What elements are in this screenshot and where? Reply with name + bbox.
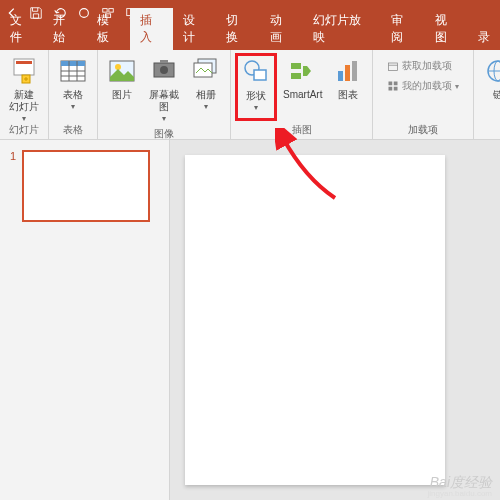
dropdown-arrow-icon: ▾ bbox=[71, 102, 75, 111]
tab-animations[interactable]: 动画 bbox=[260, 8, 303, 50]
store-icon bbox=[387, 60, 399, 72]
tab-design[interactable]: 设计 bbox=[173, 8, 216, 50]
svg-rect-34 bbox=[394, 87, 398, 91]
slide-thumbnail-1[interactable] bbox=[22, 150, 150, 222]
svg-rect-6 bbox=[16, 61, 32, 64]
group-illustrations: 形状 ▾ SmartArt 图表 插图 bbox=[231, 50, 373, 139]
svg-rect-28 bbox=[345, 65, 350, 81]
group-images: 图片 屏幕截图 ▾ 相册 ▾ 图像 bbox=[98, 50, 231, 139]
svg-rect-31 bbox=[389, 82, 393, 86]
slide-number: 1 bbox=[10, 150, 16, 222]
get-addins-button[interactable]: 获取加载项 bbox=[383, 57, 463, 75]
group-links: 链 bbox=[474, 50, 500, 139]
link-label: 链 bbox=[493, 89, 500, 101]
tab-review[interactable]: 审阅 bbox=[381, 8, 424, 50]
album-button[interactable]: 相册 ▾ bbox=[186, 53, 226, 125]
shapes-icon bbox=[240, 56, 272, 88]
group-tables-label: 表格 bbox=[63, 121, 83, 137]
screenshot-icon bbox=[148, 55, 180, 87]
my-addins-button[interactable]: 我的加载项 ▾ bbox=[383, 77, 463, 95]
shapes-button[interactable]: 形状 ▾ bbox=[235, 53, 277, 121]
svg-rect-27 bbox=[338, 71, 343, 81]
ribbon: 新建 幻灯片 ▾ 幻灯片 表格 ▾ 表格 图片 屏幕截图 ▾ 相册 bbox=[0, 50, 500, 140]
tab-template[interactable]: 模板 bbox=[87, 8, 130, 50]
group-tables: 表格 ▾ 表格 bbox=[49, 50, 98, 139]
watermark-url: jingyan.baidu.com bbox=[428, 489, 492, 498]
svg-rect-11 bbox=[61, 61, 85, 66]
screenshot-label: 屏幕截图 bbox=[148, 89, 180, 113]
tab-record[interactable]: 录 bbox=[468, 25, 500, 50]
dropdown-arrow-icon: ▾ bbox=[162, 114, 166, 123]
slide-canvas[interactable] bbox=[185, 155, 445, 485]
tab-view[interactable]: 视图 bbox=[425, 8, 468, 50]
picture-icon bbox=[106, 55, 138, 87]
picture-label: 图片 bbox=[112, 89, 132, 101]
new-slide-icon bbox=[8, 55, 40, 87]
chart-icon bbox=[332, 55, 364, 87]
workspace: 1 bbox=[0, 140, 500, 500]
shapes-label: 形状 bbox=[246, 90, 266, 102]
tab-home[interactable]: 开始 bbox=[43, 8, 86, 50]
table-button[interactable]: 表格 ▾ bbox=[53, 53, 93, 121]
get-addins-label: 获取加载项 bbox=[402, 59, 452, 73]
svg-rect-24 bbox=[254, 70, 266, 80]
slide-thumbnails-panel: 1 bbox=[0, 140, 170, 500]
link-icon bbox=[482, 55, 500, 87]
table-label: 表格 bbox=[63, 89, 83, 101]
svg-rect-29 bbox=[352, 61, 357, 81]
table-icon bbox=[57, 55, 89, 87]
group-addins: 获取加载项 我的加载项 ▾ 加载项 bbox=[373, 50, 474, 139]
ribbon-tabs: 文件 开始 模板 插入 设计 切换 动画 幻灯片放映 审阅 视图 录 bbox=[0, 25, 500, 50]
group-illustrations-label: 插图 bbox=[292, 121, 312, 137]
group-images-label: 图像 bbox=[154, 125, 174, 141]
link-button[interactable]: 链 bbox=[478, 53, 500, 121]
new-slide-button[interactable]: 新建 幻灯片 ▾ bbox=[4, 53, 44, 121]
svg-rect-32 bbox=[394, 82, 398, 86]
tab-insert[interactable]: 插入 bbox=[130, 8, 173, 50]
svg-rect-33 bbox=[389, 87, 393, 91]
screenshot-button[interactable]: 屏幕截图 ▾ bbox=[144, 53, 184, 125]
svg-rect-25 bbox=[291, 63, 301, 69]
album-label: 相册 bbox=[196, 89, 216, 101]
svg-rect-26 bbox=[291, 73, 301, 79]
addins-icon bbox=[387, 80, 399, 92]
my-addins-label: 我的加载项 bbox=[402, 79, 452, 93]
smartart-label: SmartArt bbox=[283, 89, 322, 101]
svg-point-19 bbox=[160, 66, 168, 74]
smartart-button[interactable]: SmartArt bbox=[279, 53, 326, 121]
dropdown-arrow-icon: ▾ bbox=[254, 103, 258, 112]
album-icon bbox=[190, 55, 222, 87]
dropdown-arrow-icon: ▾ bbox=[204, 102, 208, 111]
tab-slideshow[interactable]: 幻灯片放映 bbox=[303, 8, 381, 50]
svg-rect-30 bbox=[389, 63, 398, 71]
picture-button[interactable]: 图片 bbox=[102, 53, 142, 125]
group-addins-label: 加载项 bbox=[408, 121, 438, 137]
new-slide-label: 新建 幻灯片 bbox=[9, 89, 39, 113]
svg-rect-20 bbox=[160, 60, 168, 63]
slide-canvas-area bbox=[170, 140, 500, 500]
tab-transitions[interactable]: 切换 bbox=[216, 8, 259, 50]
chart-button[interactable]: 图表 bbox=[328, 53, 368, 121]
tab-file[interactable]: 文件 bbox=[0, 8, 43, 50]
smartart-icon bbox=[287, 55, 319, 87]
group-slides-label: 幻灯片 bbox=[9, 121, 39, 137]
chart-label: 图表 bbox=[338, 89, 358, 101]
group-slides: 新建 幻灯片 ▾ 幻灯片 bbox=[0, 50, 49, 139]
